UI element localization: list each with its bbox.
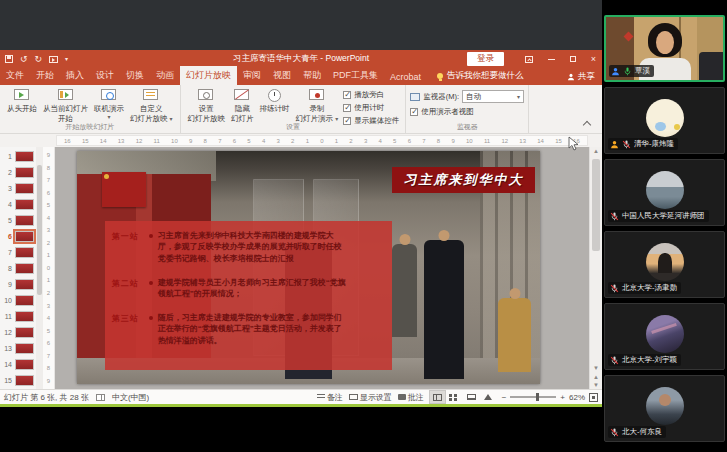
ribbon-tab[interactable]: 视图 (267, 66, 297, 85)
slide-number-status[interactable]: 幻灯片 第 6 张, 共 28 张 (4, 392, 89, 403)
ruler-number: 8 (204, 138, 207, 144)
qat-customize-icon[interactable]: ▾ (65, 56, 68, 62)
ribbon-tab[interactable]: 设计 (90, 66, 120, 85)
slide-thumbnail[interactable]: 7 (0, 244, 36, 260)
zoom-percentage[interactable]: 62% (569, 393, 585, 402)
slide-thumbnail[interactable]: 14 (0, 356, 36, 372)
participant-tile-active-speaker[interactable]: 覃溪 (604, 15, 725, 82)
minimize-icon[interactable] (548, 59, 555, 60)
participant-tile[interactable]: 北京大学-刘宇颖 (604, 303, 725, 370)
slideshow-icon[interactable] (49, 56, 58, 63)
hide-slide-button[interactable]: 隐藏 幻灯片 (228, 87, 257, 125)
ribbon-group-monitors: 监视器(M): 自动 ▾ 使用演示者视图 监视器 (406, 85, 529, 133)
participant-tile[interactable]: 清华-康炜隆 (604, 87, 725, 154)
setup-slideshow-button[interactable]: 设置 幻灯片放映 (185, 87, 229, 125)
slide-thumbnail[interactable]: 11 (0, 308, 36, 324)
ruler-number: 6 (408, 138, 411, 144)
display-settings-button[interactable]: 显示设置 (349, 392, 392, 403)
slide-thumbnail[interactable]: 10 (0, 292, 36, 308)
ribbon-tab[interactable]: 切换 (120, 66, 150, 85)
from-current-slide-button[interactable]: 从当前幻灯片 开始 (40, 87, 91, 125)
ruler-number: 4 (262, 138, 265, 144)
slide-thumbnail[interactable]: 1 (0, 148, 36, 164)
normal-view-button[interactable] (430, 391, 445, 403)
ruler-number: 13 (118, 138, 125, 144)
tell-me-box[interactable]: 告诉我你想要做什么 (427, 70, 524, 85)
ribbon-tab[interactable]: 文件 (0, 66, 30, 85)
slideshow-view-button[interactable] (481, 391, 496, 403)
participant-name: 北大-何东良 (622, 427, 662, 437)
thumbnail-scrollbar[interactable] (36, 147, 43, 389)
canvas-scrollbar[interactable]: ▲ ▼ ▲ ▼ (589, 147, 602, 389)
slide-sorter-view-button[interactable] (447, 391, 462, 403)
ribbon-tab[interactable]: Acrobat (384, 69, 427, 85)
zoom-out-icon[interactable]: − (502, 393, 507, 402)
sign-in-button[interactable]: 登录 (467, 52, 504, 66)
slide-thumbnail[interactable]: 3 (0, 180, 36, 196)
party-flag (102, 172, 146, 207)
slide-thumbnail[interactable]: 4 (0, 196, 36, 212)
participant-tile[interactable]: 中国人民大学延河讲师团 (604, 159, 725, 226)
share-button[interactable]: 共享 (567, 71, 595, 83)
participant-tile[interactable]: 北京大学-汤聿勋 (604, 231, 725, 298)
slide-thumbnail[interactable]: 2 (0, 164, 36, 180)
ribbon-checkbox[interactable]: 播放旁白 (343, 90, 399, 100)
undo-icon[interactable]: ↺ (20, 55, 28, 64)
ribbon-checkbox[interactable]: 使用计时 (343, 103, 399, 113)
comments-button[interactable]: 批注 (398, 392, 424, 403)
restore-icon[interactable] (570, 56, 576, 62)
present-online-button[interactable]: 联机演示 ▾ (91, 87, 127, 123)
fit-to-window-icon[interactable] (589, 393, 598, 402)
close-icon[interactable]: × (591, 55, 596, 64)
reading-view-button[interactable] (464, 391, 479, 403)
person-figure (392, 244, 417, 337)
ribbon-display-options-icon[interactable] (525, 56, 533, 63)
ribbon-tab[interactable]: 幻灯片放映 (180, 66, 237, 85)
zoom-slider-thumb[interactable] (536, 393, 539, 401)
from-beginning-button[interactable]: 从头开始 (4, 87, 40, 115)
zoom-slider[interactable] (510, 396, 556, 398)
slide-thumbnail[interactable]: 8 (0, 260, 36, 276)
custom-slideshow-button[interactable]: 自定义 幻灯片放映 ▾ (127, 87, 176, 125)
spellcheck-icon[interactable] (96, 394, 105, 401)
ruler-number: 7 (218, 138, 221, 144)
record-slideshow-button[interactable]: 录制 幻灯片演示 ▾ (293, 87, 342, 125)
save-icon[interactable] (5, 55, 13, 63)
language-status[interactable]: 中文(中国) (112, 392, 149, 403)
rehearse-timings-button[interactable]: 排练计时 (257, 87, 293, 115)
scrollbar-thumb[interactable] (592, 159, 600, 251)
participant-tile[interactable]: 北大-何东良 (604, 375, 725, 442)
redo-icon[interactable]: ↻ (35, 55, 43, 64)
use-presenter-view-checkbox[interactable]: 使用演示者视图 (410, 107, 524, 117)
scroll-down-icon[interactable]: ▼ (590, 365, 602, 371)
ribbon-group-start-slideshow: 从头开始 从当前幻灯片 开始 联机演示 ▾ 自定义 幻灯片放映 ▾ 开始 (0, 85, 181, 133)
slide-thumbnail[interactable]: 9 (0, 276, 36, 292)
zoom-in-icon[interactable]: + (560, 393, 565, 402)
monitor-icon (410, 93, 420, 101)
scroll-up-icon[interactable]: ▲ (590, 148, 602, 154)
slide[interactable]: 习主席来到华中大 第一站 习主席首先来到华中科技大学南四楼的建规学院大厅，参观了… (77, 151, 540, 384)
slide-thumbnail[interactable]: 13 (0, 340, 36, 356)
ribbon-tab[interactable]: 审阅 (237, 66, 267, 85)
custom-slideshow-icon (141, 88, 161, 103)
vertical-ruler: 9876543210123456789 (43, 147, 55, 389)
ribbon-tab[interactable]: 动画 (150, 66, 180, 85)
slide-thumbnail[interactable]: 12 (0, 324, 36, 340)
monitor-dropdown[interactable]: 自动 ▾ (462, 90, 524, 103)
thumbnail-number: 11 (3, 313, 12, 320)
ribbon-tab[interactable]: 插入 (60, 66, 90, 85)
slide-thumbnail[interactable]: 15 (0, 372, 36, 388)
bullet-icon (149, 316, 153, 320)
collapse-ribbon-icon[interactable] (583, 121, 591, 129)
powerpoint-window: ↺ ↻ ▾ 习主席寄语华中大青年 - PowerPoint 登录 × 文件开始插… (0, 50, 602, 404)
comments-icon (398, 394, 406, 400)
previous-slide-icon[interactable]: ▲ (590, 374, 602, 380)
notes-button[interactable]: 备注 (317, 392, 343, 403)
ribbon-tab[interactable]: 帮助 (297, 66, 327, 85)
slide-thumbnail[interactable]: 5 (0, 212, 36, 228)
next-slide-icon[interactable]: ▼ (590, 382, 602, 388)
ribbon-tab[interactable]: PDF工具集 (327, 66, 384, 85)
ruler-number: 13 (519, 138, 526, 144)
slide-thumbnail[interactable]: 6 (0, 228, 36, 244)
ribbon-tab[interactable]: 开始 (30, 66, 60, 85)
